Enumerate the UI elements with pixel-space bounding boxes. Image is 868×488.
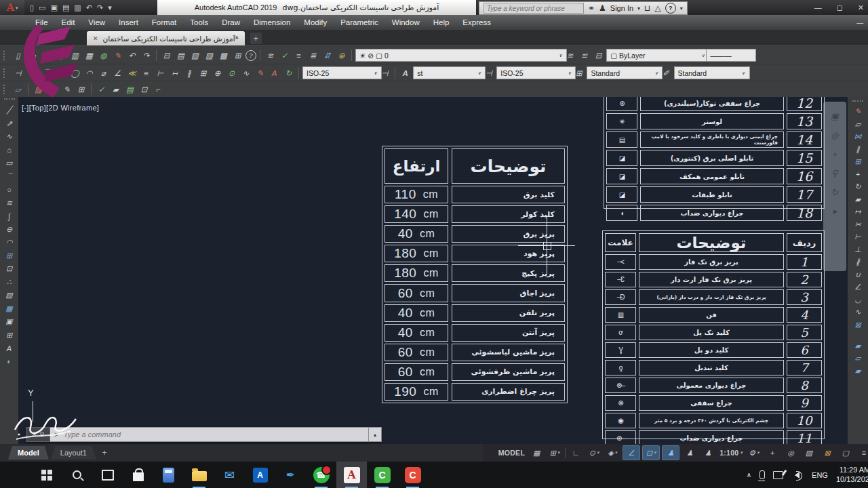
- items-4[interactable]: Format: [145, 18, 183, 26]
- dim-quick-icon[interactable]: ≪: [125, 66, 138, 80]
- customize-menu-icon[interactable]: ≡: [856, 446, 868, 460]
- dimstyle-icon[interactable]: ⊣: [378, 66, 391, 80]
- autocad-button[interactable]: A: [336, 462, 367, 488]
- new-layout-button[interactable]: +: [98, 447, 111, 459]
- sep2[interactable]: [260, 49, 260, 61]
- send-back-icon[interactable]: ▱: [852, 353, 864, 364]
- pan-icon[interactable]: +: [829, 148, 841, 160]
- dim-inspect-icon[interactable]: ⊙: [225, 66, 238, 80]
- sep5[interactable]: [395, 67, 395, 79]
- camtasia-button[interactable]: C: [367, 462, 397, 488]
- scale-button[interactable]: 1:100 ▾: [718, 446, 744, 460]
- osnap-icon[interactable]: ⊡ ▾: [642, 445, 660, 460]
- line-icon[interactable]: ╱: [3, 105, 15, 116]
- quickcalc-icon[interactable]: ⊞: [231, 49, 244, 62]
- hatch-icon[interactable]: ▨: [3, 290, 15, 301]
- qat-open-icon[interactable]: ▭: [39, 3, 45, 12]
- layer-freeze-icon[interactable]: ⊟: [592, 49, 605, 62]
- rotate-icon[interactable]: ↻: [852, 182, 864, 192]
- sep4[interactable]: [298, 67, 299, 79]
- dim-angular-icon[interactable]: ∠: [111, 66, 124, 80]
- region-icon[interactable]: ▣: [3, 317, 15, 327]
- crosshair-plus-icon[interactable]: +: [764, 446, 781, 460]
- autodesk-app-icon[interactable]: △: [654, 3, 660, 13]
- graphics-performance-icon[interactable]: ▧: [801, 446, 817, 460]
- recorder-button[interactable]: C: [397, 462, 428, 488]
- items-9[interactable]: Parametric: [334, 18, 385, 26]
- dim-tolerance-icon[interactable]: ⊞: [197, 66, 210, 80]
- qat-redo-icon[interactable]: ↷: [97, 3, 103, 12]
- tablestyle-dropdown[interactable]: Standard ∨: [587, 66, 658, 80]
- point-icon[interactable]: ∴: [3, 277, 15, 287]
- join-icon[interactable]: ∪: [852, 269, 864, 280]
- command-input[interactable]: [62, 430, 364, 439]
- sheetset-icon[interactable]: ▨: [203, 49, 216, 62]
- toolbar-grip[interactable]: [4, 98, 15, 102]
- dim-joglinear-icon[interactable]: ∿: [239, 66, 252, 80]
- search-button[interactable]: [62, 462, 92, 488]
- mleaderstyle-icon[interactable]: ✐: [660, 66, 673, 80]
- ellipse-icon[interactable]: ⊖: [3, 224, 15, 235]
- toolbar-grip2[interactable]: [3, 67, 8, 79]
- command-close-icon[interactable]: ✕: [32, 431, 37, 438]
- close-button[interactable]: ✕: [858, 3, 864, 12]
- showmotion-icon[interactable]: ▸: [829, 205, 841, 217]
- scale-icon[interactable]: ▰: [852, 194, 864, 205]
- app-store-cart-icon[interactable]: ⊔: [644, 3, 650, 13]
- help-icon[interactable]: ?: [665, 3, 676, 14]
- explorer-button[interactable]: [184, 462, 214, 488]
- status-sep1[interactable]: [565, 447, 566, 458]
- pen-settings-icon[interactable]: [773, 471, 783, 479]
- items-11[interactable]: Help: [427, 18, 456, 26]
- blend-icon[interactable]: ∿: [852, 307, 864, 318]
- tab-close-icon[interactable]: ✕: [93, 35, 98, 42]
- circle-icon[interactable]: ○: [3, 184, 15, 195]
- qat-save-icon[interactable]: ▣: [50, 3, 57, 12]
- viewcube-icon[interactable]: ▣: [829, 110, 841, 122]
- command-history-expand-icon[interactable]: ▴: [369, 427, 382, 442]
- dim-edit-icon[interactable]: ✎: [254, 66, 267, 80]
- revcloud-icon[interactable]: ≋: [3, 197, 15, 208]
- dimstyle2-icon[interactable]: ⊣: [482, 66, 495, 80]
- help-chevron-icon[interactable]: ▾: [680, 5, 683, 12]
- textstyle-icon[interactable]: A: [399, 66, 412, 80]
- move-icon[interactable]: +: [852, 169, 864, 180]
- viewport-controls-label[interactable]: [-][Top][2D Wireframe]: [22, 104, 99, 112]
- array-icon[interactable]: ⊞: [852, 157, 864, 167]
- annotation-visibility-icon[interactable]: ♟: [662, 445, 679, 460]
- refedit-icon[interactable]: ⊡: [138, 83, 151, 96]
- clean-icon[interactable]: ⌐: [152, 83, 165, 96]
- layer-match-icon[interactable]: ✓: [278, 49, 291, 62]
- minimize-button[interactable]: —: [814, 3, 822, 12]
- dim-baseline-icon[interactable]: ≡: [140, 66, 153, 80]
- designcenter-icon[interactable]: ▤: [174, 49, 187, 62]
- dim-textedit-icon[interactable]: A: [268, 66, 281, 80]
- dim-space-icon[interactable]: ∺: [168, 66, 181, 80]
- redo-icon[interactable]: ↷: [140, 49, 153, 62]
- document-tab[interactable]: ✕ *آموزش طراحی تاسیسات الکتریکی ساختمان: [87, 31, 245, 45]
- zoom-icon[interactable]: ⚲: [829, 167, 841, 179]
- chamfer-icon[interactable]: ∠: [852, 282, 864, 293]
- dim-center-icon[interactable]: ⊕: [211, 66, 224, 80]
- annotation-scale-icon[interactable]: ♟: [700, 446, 716, 460]
- copy-icon[interactable]: ▱: [852, 119, 864, 129]
- volume-icon[interactable]: [791, 472, 800, 479]
- drawing-canvas[interactable]: [-][Top][2D Wireframe] ارتفاع توضیحات 11…: [18, 96, 848, 444]
- properties-icon[interactable]: ⊟: [160, 49, 173, 62]
- color-dropdown[interactable]: ▢ ByLayer ∨: [606, 49, 705, 62]
- hidden-icons-chevron[interactable]: ∧: [747, 471, 751, 479]
- polyline-icon[interactable]: ∿: [3, 131, 15, 142]
- bring-above-icon[interactable]: ▰: [852, 365, 864, 376]
- items-0[interactable]: Model: [8, 446, 49, 460]
- search-icon[interactable]: ⚭: [588, 3, 595, 13]
- signin-chevron-icon[interactable]: ▾: [637, 5, 640, 12]
- mirror-icon[interactable]: ⋈: [852, 131, 864, 142]
- security-warning-icon[interactable]: ⊠: [819, 446, 835, 460]
- otrack-icon[interactable]: ∠: [623, 445, 640, 460]
- command-customize-icon[interactable]: ⚲: [39, 431, 44, 438]
- legend-table-bottom[interactable]: علامت توضیحات ردیف −< پریز برق تک فاز 1 …: [602, 230, 825, 439]
- start-button[interactable]: [31, 462, 62, 488]
- offset-icon[interactable]: ∥: [852, 144, 864, 155]
- store-button[interactable]: [123, 462, 153, 488]
- autoscale-icon[interactable]: ♟: [682, 446, 698, 460]
